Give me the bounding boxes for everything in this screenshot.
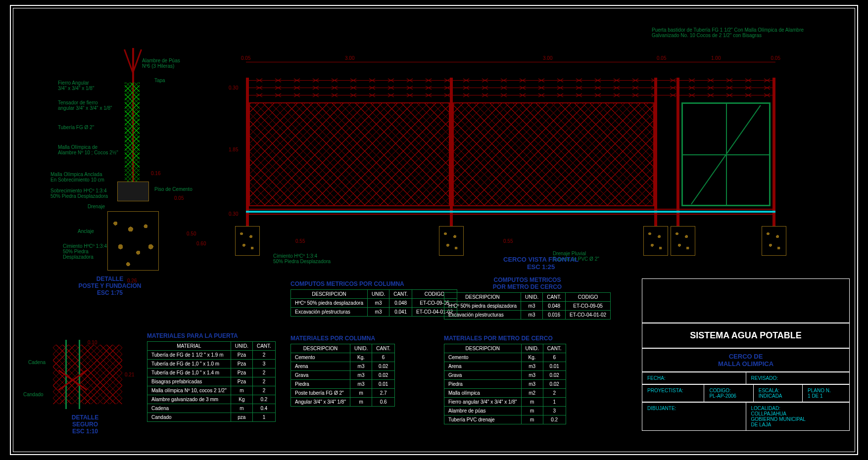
ann-sobrecimiento: Sobrecimiento HºCº 1:3:450% Piedra Despl… bbox=[50, 188, 108, 199]
tb-escala-lbl: ESCALA: bbox=[759, 388, 779, 393]
table-cell: m bbox=[231, 386, 252, 395]
inner-frame: Alambre de PúasNº6 (3 Hileras) Tapa Fier… bbox=[13, 8, 855, 452]
lock-detail: Cadena Candado 0.10 0.21 DETALLE SEGURO … bbox=[38, 345, 137, 444]
table-computos-columna: COMPUTOS METRICOS POR COLUMNA DESCRIPCIO… bbox=[290, 280, 457, 317]
tb-localidad-v3: DE LAJA bbox=[751, 422, 772, 427]
table-header: MATERIAL bbox=[147, 342, 231, 351]
table-cell: m3 bbox=[350, 362, 372, 371]
dim-060: 0.60 bbox=[196, 241, 206, 246]
table-header: CODIGO bbox=[566, 293, 611, 302]
table-cell: 2 bbox=[252, 351, 275, 360]
dim-gate: 1.00 bbox=[711, 55, 721, 61]
tb-escala-val: INDICADA bbox=[759, 393, 782, 399]
mesh-panel-2 bbox=[453, 102, 654, 206]
table-row: Piedram30.01 bbox=[291, 380, 395, 389]
tb-codigo-val: PL-AP-2006 bbox=[709, 393, 736, 399]
dim-hbs: 0.30 bbox=[229, 211, 238, 217]
table-row: Alambre de púasm3 bbox=[444, 407, 566, 415]
table-header: DESCRIPCION bbox=[444, 344, 522, 353]
drawing-frame: Alambre de PúasNº6 (3 Hileras) Tapa Fier… bbox=[10, 5, 858, 455]
post-gate-l bbox=[676, 78, 679, 226]
dim-hb: 0.30 bbox=[229, 85, 238, 91]
table-cell: 0.041 bbox=[389, 308, 412, 317]
elevation-title: CERCO VISTA FRONTAL ESC 1:25 bbox=[503, 256, 579, 271]
table-header: CANT. bbox=[543, 293, 566, 302]
table-cell: m bbox=[521, 398, 543, 407]
table-cell: m3 bbox=[521, 371, 543, 380]
dim-016: 0.16 bbox=[151, 171, 160, 176]
table-cell: Pza bbox=[231, 351, 252, 360]
dim-050: 0.50 bbox=[187, 231, 196, 236]
footing-1 bbox=[235, 226, 260, 256]
table-cell: Candado bbox=[147, 413, 231, 422]
tbl-title-comp-col: COMPUTOS METRICOS POR COLUMNA bbox=[290, 280, 457, 287]
detail-post-title: DETALLE POSTE Y FUNDACION ESC 1:75 bbox=[78, 276, 142, 296]
table-header: DESCRIPCION bbox=[444, 293, 521, 302]
table-row: Excavación p/estructurasm30.041ET-CO-04-… bbox=[291, 308, 457, 317]
tb-localidad: LOCALIDAD: COLLPAJAHUA GOBIERNO MUNICIPA… bbox=[746, 403, 850, 430]
table-row: Gravam30.02 bbox=[444, 371, 566, 380]
dim-span1: 3.00 bbox=[345, 55, 354, 61]
ann-gate-note: Puerta bastidor de Tubería FG 1 1/2" Con… bbox=[652, 27, 840, 38]
ann-piso: Piso de Cemento bbox=[154, 186, 193, 192]
tb-plano-de2: MALLA OLIMPICA bbox=[646, 360, 845, 368]
lock-dim-w: 0.10 bbox=[88, 340, 97, 345]
tb-plano-de1: CERCO DE bbox=[646, 353, 845, 360]
detail-post-scale: ESC 1:75 bbox=[78, 289, 142, 296]
tbl-title-comp-cerco2: POR METRO DE CERCO bbox=[444, 283, 611, 290]
ann-candado: Candado bbox=[23, 392, 44, 397]
table-header: CANT. bbox=[252, 342, 275, 351]
table-cell: m3 bbox=[367, 299, 389, 308]
table-cell: m2 bbox=[521, 389, 543, 398]
table-cell: Malla olímpica Nº 10, cocos 2 1/2" bbox=[147, 386, 231, 395]
table-materiales-cerco: MATERIALES POR METRO DE CERCO DESCRIPCIO… bbox=[444, 335, 566, 424]
detail-post-title-2: POSTE Y FUNDACION bbox=[78, 282, 142, 289]
footing-block bbox=[107, 211, 159, 271]
table-header: CANT. bbox=[543, 344, 566, 353]
table-cell: 0.02 bbox=[543, 371, 566, 380]
tb-localidad-lbl: LOCALIDAD: bbox=[751, 406, 780, 411]
table-cell: Pza bbox=[231, 368, 252, 377]
table-cell: Malla olímpica bbox=[444, 389, 522, 398]
table-row: HºCº 50% piedra desplazadoram30.048ET-CO… bbox=[291, 299, 457, 308]
table-cell: 6 bbox=[372, 353, 395, 362]
table-cell: m3 bbox=[521, 302, 542, 311]
tbl-title-mat-cerco: MATERIALES POR METRO DE CERCO bbox=[444, 335, 566, 342]
table-header: UNID. bbox=[521, 344, 543, 353]
table-row: Malla olímpicam22 bbox=[444, 389, 566, 398]
dim-edge-r: 0.05 bbox=[771, 55, 780, 61]
table-cell: Alambre galvanizado de 3 mm bbox=[147, 395, 231, 404]
dim-hf1: 0.55 bbox=[295, 238, 305, 244]
table-cell: m3 bbox=[521, 362, 543, 371]
dim-span2: 3.00 bbox=[543, 55, 552, 61]
table-row: Tubería de FG de 1 1/2 " x 1.9 mPza2 bbox=[147, 351, 276, 360]
lock-chain-x bbox=[58, 365, 88, 394]
table-cell: m3 bbox=[350, 380, 372, 389]
table-row: Arenam30.02 bbox=[291, 362, 395, 371]
table-cell: Grava bbox=[291, 371, 350, 380]
table-cell: Alambre de púas bbox=[444, 407, 522, 415]
front-elevation: 0.05 3.00 3.00 0.05 1.00 0.05 0.30 1.85 … bbox=[246, 58, 775, 256]
table-cell: m bbox=[521, 415, 543, 424]
table-cell: 0.048 bbox=[389, 299, 412, 308]
table-cell: Cemento bbox=[291, 353, 350, 362]
dim-005: 0.05 bbox=[174, 195, 184, 201]
table-header: UNID. bbox=[521, 293, 542, 302]
table-cell: Piedra bbox=[291, 380, 350, 389]
table-row: Gravam30.02 bbox=[291, 371, 395, 380]
table-cell: Cadena bbox=[147, 404, 231, 413]
table-row: Malla olímpica Nº 10, cocos 2 1/2"m2 bbox=[147, 386, 276, 395]
table-cell: 0.02 bbox=[372, 371, 395, 380]
lock-title-1: DETALLE bbox=[58, 414, 112, 421]
tb-codigo-lbl: CODIGO: bbox=[709, 388, 730, 393]
table-cell: 3 bbox=[543, 407, 566, 415]
beam-block bbox=[117, 182, 149, 201]
table-cell: 2 bbox=[252, 377, 275, 386]
table-cell: Bisagras prefabricadas bbox=[147, 377, 231, 386]
ann-alambre: Alambre de PúasNº6 (3 Hileras) bbox=[142, 58, 180, 69]
table-cell: Angular 3/4" x 3/4" 1/8" bbox=[291, 398, 350, 407]
table-header: UNID. bbox=[231, 342, 252, 351]
tbl-title-mat-col: MATERIALES POR COLUMNA bbox=[290, 335, 395, 342]
detail-post-foundation: Alambre de PúasNº6 (3 Hileras) Tapa Fier… bbox=[43, 33, 216, 280]
table-cell: 0.2 bbox=[252, 395, 275, 404]
